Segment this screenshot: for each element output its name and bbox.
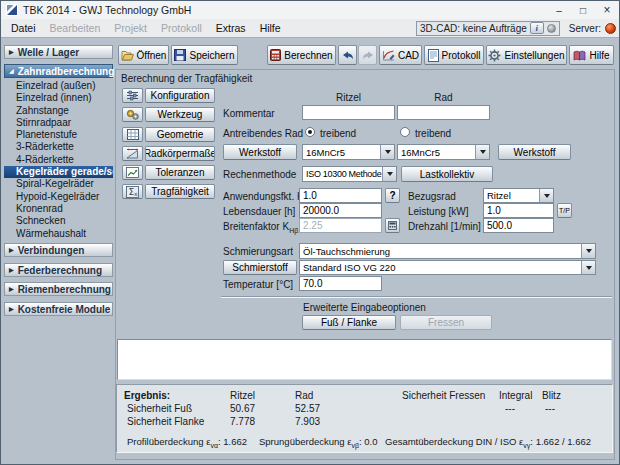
results-title: Ergebnis: (124, 390, 170, 401)
sidebar-section-verbindungen[interactable]: ▶ Verbindungen (4, 243, 113, 257)
toleranzen-button[interactable]: Toleranzen (145, 165, 215, 180)
minimize-button[interactable]: – (547, 1, 571, 19)
radkoerpermasse-button[interactable]: Radkörpermaße (145, 146, 215, 161)
section-label: Kostenfreie Module (18, 304, 111, 315)
werkstoff-ritzel-dropdown[interactable]: 16MnCr5 (302, 144, 395, 160)
menu-extras[interactable]: Extras (209, 20, 253, 36)
profil-ueberdeckung-value: Profilüberdeckung εvα: 1.662 (127, 436, 247, 449)
kommentar-ritzel-input[interactable] (302, 105, 395, 120)
sprung-ueberdeckung-value: Sprungüberdeckung εvβ: 0.0 (259, 436, 377, 449)
werkzeug-icon-button[interactable] (122, 107, 143, 122)
sidebar-section-kostenfreie-module[interactable]: ▶ Kostenfreie Module (4, 302, 113, 316)
result-row-label: Sicherheit Flanke (127, 416, 204, 427)
menu-datei[interactable]: Datei (4, 20, 43, 36)
konfiguration-icon-button[interactable] (122, 88, 143, 103)
menu-bearbeiten: Bearbeiten (43, 20, 108, 36)
close-button[interactable]: × (595, 1, 619, 19)
toleranzen-icon-button[interactable] (122, 165, 143, 180)
results-col-integral: Integral (499, 390, 532, 401)
sidebar-item-einzelrad-aussen[interactable]: Einzelrad (außen) (4, 80, 113, 92)
sidebar-section-riemenberechnung[interactable]: ▶ Riemenberechnung (4, 282, 113, 296)
protocol-button[interactable]: Protokoll (424, 45, 484, 65)
breitenfaktor-calc-button[interactable] (385, 218, 400, 233)
save-button[interactable]: Speichern (171, 45, 238, 65)
sidebar-item-kronenrad[interactable]: Kronenrad (4, 203, 113, 215)
bezugsrad-dropdown[interactable]: Ritzel (483, 188, 554, 203)
torque-power-toggle-button[interactable]: T/P (557, 203, 572, 218)
dropdown-arrow-icon[interactable] (380, 145, 394, 159)
sidebar-item-schnecken[interactable]: Schnecken (4, 215, 113, 227)
grid-table-icon (127, 129, 139, 140)
schmierstoff-button[interactable]: Schmierstoff (223, 260, 297, 275)
sidebar-item-4-raederkette[interactable]: 4-Räderkette (4, 154, 113, 166)
undo-button[interactable] (338, 45, 357, 65)
result-row-label: Sicherheit Fuß (127, 403, 192, 414)
treibend-ritzel-radio[interactable] (305, 127, 315, 137)
werkstoff-ritzel-button[interactable]: Werkstoff (223, 144, 297, 160)
sidebar-item-spiral-kegelraeder[interactable]: Spiral-Kegelräder (4, 178, 113, 190)
sidebar-item-stirnradpaar[interactable]: Stirnradpaar (4, 117, 113, 129)
anwendungsfaktor-help-button[interactable]: ? (385, 188, 400, 203)
drehzahl-input[interactable] (483, 218, 554, 233)
dropdown-arrow-icon[interactable] (581, 261, 595, 274)
settings-button[interactable]: Einstellungen (486, 45, 567, 65)
temperatur-input[interactable] (299, 276, 382, 291)
cad-status-text: 3D-CAD: keine Aufträge (420, 23, 527, 34)
fuss-flanke-button[interactable]: Fuß / Flanke (302, 315, 396, 330)
geometrie-button[interactable]: Geometrie (145, 127, 215, 142)
sidebar-item-waermehaushalt[interactable]: Wärmehaushalt (4, 228, 113, 240)
breitenfaktor-input (299, 218, 382, 233)
werkstoff-rad-dropdown[interactable]: 16MnCr5 (397, 144, 490, 160)
dropdown-arrow-icon[interactable] (581, 244, 595, 258)
calculator-icon (270, 49, 281, 61)
anwendungsfaktor-input[interactable] (299, 188, 382, 203)
dropdown-arrow-icon[interactable] (539, 189, 553, 202)
treibend-rad-radio[interactable] (400, 127, 410, 137)
separator-line (221, 296, 612, 298)
dropdown-arrow-icon[interactable] (475, 145, 489, 159)
cad-button[interactable]: CAD (379, 45, 422, 65)
open-button[interactable]: Öffnen (118, 45, 169, 65)
radkoerpermasse-icon-button[interactable] (122, 146, 143, 161)
result-value: 52.57 (295, 403, 320, 414)
maximize-button[interactable]: □ (571, 1, 595, 19)
lebensdauer-input[interactable] (299, 203, 382, 218)
werkzeug-button[interactable]: Werkzeug (145, 107, 215, 122)
sidebar-item-hypoid-kegelraeder[interactable]: Hypoid-Kegelräder (4, 191, 113, 203)
info-button[interactable]: i (530, 22, 544, 34)
konfiguration-button[interactable]: Konfiguration (145, 88, 215, 103)
section-label: Federberechnung (18, 265, 102, 276)
schmierstoff-dropdown[interactable]: Standard ISO VG 220 (299, 260, 596, 275)
kommentar-label: Kommentar (223, 108, 275, 119)
tragfaehigkeit-button[interactable]: Tragfähigkeit (145, 184, 215, 199)
menu-hilfe[interactable]: Hilfe (253, 20, 288, 36)
werkstoff-rad-button[interactable]: Werkstoff (498, 144, 571, 160)
sidebar-item-3-raederkette[interactable]: 3-Räderkette (4, 141, 113, 153)
redo-button (358, 45, 377, 65)
result-value: 7.903 (295, 416, 320, 427)
chevron-right-icon: ▶ (9, 49, 14, 55)
configuration-sliders-icon (126, 90, 139, 101)
rechenmethode-dropdown[interactable]: ISO 10300 Methode B1 (302, 166, 397, 182)
sidebar-section-zahnradberechnung[interactable]: ◢ Zahnradberechnung (4, 64, 113, 78)
lastkollektiv-button[interactable]: Lastkollektiv (401, 166, 493, 182)
sidebar-item-planetenstufe[interactable]: Planetenstufe (4, 129, 113, 141)
section-label: Riemenberechnung (18, 284, 111, 295)
sidebar-item-einzelrad-innen[interactable]: Einzelrad (innen) (4, 92, 113, 104)
schmierungsart-dropdown[interactable]: Öl-Tauchschmierung (299, 243, 596, 259)
results-col-blitz: Blitz (542, 390, 561, 401)
results-col-ritzel: Ritzel (230, 390, 255, 401)
kommentar-rad-input[interactable] (397, 105, 490, 120)
open-folder-icon (121, 50, 134, 61)
sidebar-section-welle-lager[interactable]: ▶ Welle / Lager (4, 45, 113, 59)
leistung-input[interactable] (483, 203, 554, 218)
geometrie-icon-button[interactable] (122, 127, 143, 142)
sidebar-item-zahnstange[interactable]: Zahnstange (4, 105, 113, 117)
results-col-rad: Rad (295, 390, 313, 401)
sidebar-section-federberechnung[interactable]: ▶ Federberechnung (4, 263, 113, 277)
dropdown-arrow-icon[interactable] (382, 167, 396, 181)
calculate-button[interactable]: Berechnen (267, 45, 336, 65)
help-button[interactable]: Hilfe (569, 45, 614, 65)
tragfaehigkeit-icon-button[interactable]: Σx (122, 184, 143, 199)
sidebar-item-kegelraeder-selected[interactable]: Kegelräder gerade/schräg (4, 166, 113, 178)
